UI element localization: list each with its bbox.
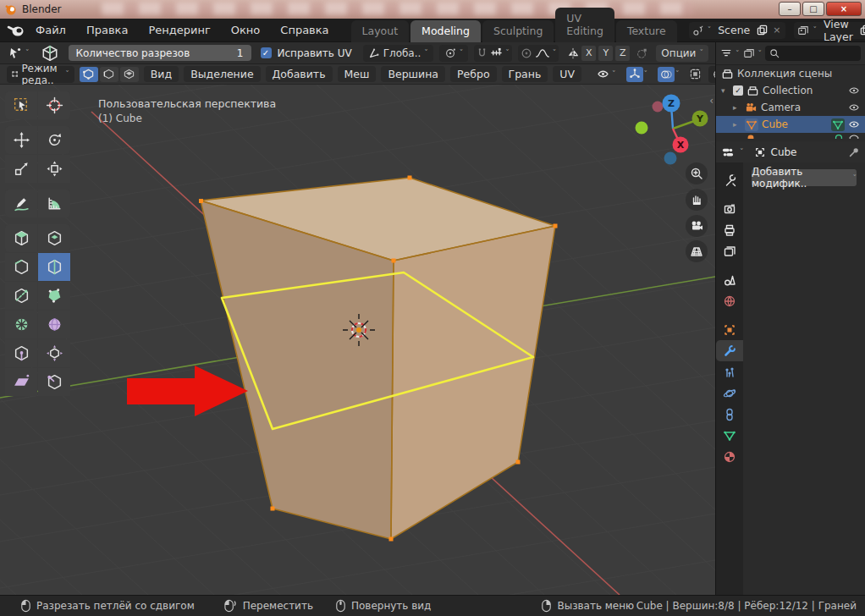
uv-menu[interactable]: UV <box>553 66 581 82</box>
render-properties-tab[interactable] <box>716 198 743 219</box>
extrude-region-tool[interactable] <box>5 224 37 252</box>
maximize-button[interactable]: □ <box>802 2 824 16</box>
editor-dropdown-icon[interactable]: ˅ <box>740 148 744 156</box>
close-button[interactable]: × <box>826 2 862 16</box>
mode-selector[interactable]: Режим реда.. ˅ <box>7 66 74 83</box>
spin-tool[interactable] <box>5 311 37 338</box>
tab-sculpting[interactable]: Sculpting <box>482 20 554 42</box>
view-layer-selector[interactable]: ˅ View Layer × <box>794 22 865 39</box>
collection-visibility-eye-icon[interactable] <box>848 85 860 96</box>
modifier-properties-tab[interactable] <box>716 340 743 361</box>
axis-neg-x-ball[interactable] <box>636 122 648 135</box>
visibility-dropdown-icon[interactable]: ˅ <box>612 70 616 78</box>
collection-row[interactable]: ▾ ✓ Collection <box>716 82 865 99</box>
constraint-properties-tab[interactable] <box>716 404 743 425</box>
face-menu[interactable]: Грань <box>502 66 548 82</box>
add-menu[interactable]: Добавить <box>266 66 333 82</box>
outliner-filter-icon[interactable] <box>720 47 732 59</box>
mesh-menu[interactable]: Меш <box>338 66 377 82</box>
camera-disclosure-icon[interactable]: ▸ <box>733 103 741 112</box>
snap-dropdown-icon[interactable]: ˅ <box>505 49 510 57</box>
loop-cut-tool[interactable] <box>38 253 70 281</box>
view-layer-properties-tab[interactable] <box>716 240 743 261</box>
scene-copy-icon[interactable] <box>757 25 768 36</box>
tab-modeling[interactable]: Modeling <box>410 20 481 42</box>
loop-cut-tool-icon[interactable] <box>41 44 59 63</box>
gizmo-dropdown-icon[interactable]: ˅ <box>644 70 648 78</box>
measure-tool[interactable] <box>38 190 70 217</box>
cube-disclosure-icon[interactable]: ▸ <box>733 120 741 129</box>
tool-properties-tab[interactable] <box>716 169 743 190</box>
axis-neg-ball[interactable] <box>653 102 664 113</box>
world-properties-tab[interactable] <box>716 290 743 311</box>
move-tool[interactable] <box>5 126 37 154</box>
transform-orientation-selector[interactable]: Глоба.. ˅ <box>363 45 433 62</box>
vertex-menu[interactable]: Вершина <box>381 66 445 82</box>
outliner-display-mode-icon[interactable] <box>743 47 755 59</box>
show-overlays-icon[interactable] <box>658 67 675 82</box>
smooth-tool[interactable] <box>38 311 70 338</box>
inset-faces-tool[interactable] <box>38 224 70 252</box>
output-properties-tab[interactable] <box>716 219 743 240</box>
menu-help[interactable]: Справка <box>270 24 339 36</box>
scene-selector[interactable]: ˅ Scene × <box>689 22 786 39</box>
scene-unlink-icon[interactable]: × <box>771 25 782 36</box>
object-properties-tab[interactable] <box>716 319 743 340</box>
material-properties-tab[interactable] <box>716 446 743 467</box>
overlays-dropdown-icon[interactable]: ˅ <box>675 70 680 78</box>
collection-checkbox[interactable]: ✓ <box>733 85 743 96</box>
mirror-z-button[interactable]: Z <box>615 46 630 61</box>
scene-collection-row[interactable]: Коллекция сцены <box>716 65 865 82</box>
axis-neg-z-ball[interactable] <box>664 152 677 165</box>
snap-with-icon[interactable] <box>490 47 503 58</box>
falloff-curve-icon[interactable] <box>535 47 550 58</box>
tab-uv-editing[interactable]: UV Editing <box>555 8 614 42</box>
pivot-point-selector[interactable]: ˅ <box>439 45 469 62</box>
shear-tool[interactable] <box>5 368 37 396</box>
camera-view-button[interactable] <box>686 215 708 237</box>
mirror-y-button[interactable]: Y <box>598 46 613 61</box>
active-tool-selector[interactable]: ˅ <box>7 45 31 62</box>
show-gizmo-icon[interactable] <box>626 67 643 82</box>
cube-mesh[interactable] <box>199 176 558 542</box>
menu-render[interactable]: Рендеринг <box>138 24 220 36</box>
proportional-edit-icon[interactable] <box>521 47 532 59</box>
scene-properties-tab[interactable] <box>716 269 743 290</box>
menu-edit[interactable]: Правка <box>76 24 138 36</box>
snap-magnet-icon[interactable] <box>477 47 488 59</box>
view-layer-name[interactable]: View Layer <box>820 18 857 43</box>
blender-menu-logo-icon[interactable] <box>7 24 25 37</box>
mirror-x-button[interactable]: X <box>581 46 596 61</box>
annotate-tool[interactable] <box>5 190 37 217</box>
edge-slide-tool[interactable] <box>5 339 37 367</box>
object-data-properties-tab[interactable] <box>716 425 743 446</box>
transform-tool[interactable] <box>38 155 70 183</box>
view-layer-copy-icon[interactable] <box>860 25 865 36</box>
scale-tool[interactable] <box>5 155 37 183</box>
object-visibility-icon[interactable] <box>594 67 611 82</box>
tab-layout[interactable]: Layout <box>351 20 410 42</box>
cursor-tool[interactable] <box>38 91 70 119</box>
cube-visibility-eye-icon[interactable] <box>848 119 860 129</box>
options-dropdown[interactable]: Опции ˅ <box>656 45 708 62</box>
3d-viewport[interactable]: Пользовательская перспектива (1) Cube ‹ … <box>0 85 715 595</box>
tab-texture[interactable]: Texture <box>616 20 677 42</box>
filter-dropdown-icon[interactable]: ˅ <box>736 50 740 58</box>
zoom-button[interactable] <box>686 162 708 184</box>
physics-properties-tab[interactable] <box>716 382 743 404</box>
vertex-select-mode-icon[interactable] <box>80 67 98 82</box>
minimize-button[interactable]: – <box>779 2 801 16</box>
properties-editor-icon[interactable] <box>721 146 735 158</box>
rip-region-tool[interactable] <box>38 368 70 396</box>
xray-toggle-icon[interactable] <box>690 67 701 82</box>
edge-menu[interactable]: Ребро <box>450 66 497 82</box>
outliner-search-input[interactable] <box>765 46 861 61</box>
menu-file[interactable]: Файл <box>25 24 76 36</box>
face-select-mode-icon[interactable] <box>120 67 139 82</box>
display-mode-dropdown-icon[interactable]: ˅ <box>758 50 763 58</box>
camera-row[interactable]: ▸ Camera <box>716 99 865 116</box>
shrink-fatten-tool[interactable] <box>38 339 70 367</box>
particle-properties-tab[interactable] <box>716 361 743 382</box>
add-modifier-button[interactable]: Добавить модифик.. ˅ <box>752 169 857 186</box>
pan-hand-button[interactable] <box>686 189 708 211</box>
